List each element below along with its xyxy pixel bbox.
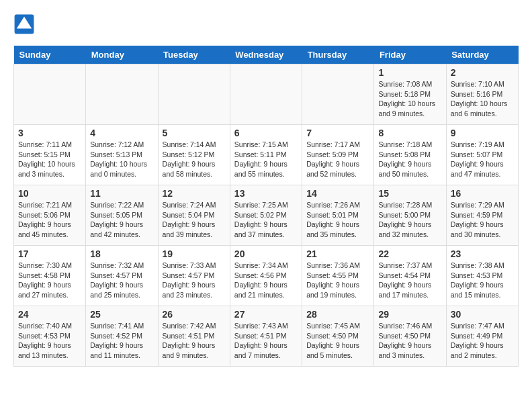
calendar-cell bbox=[14, 64, 86, 125]
calendar-cell bbox=[230, 64, 302, 125]
day-number: 29 bbox=[378, 309, 441, 320]
day-number: 19 bbox=[163, 248, 226, 259]
day-info: Sunrise: 7:42 AM Sunset: 4:51 PM Dayligh… bbox=[163, 321, 226, 361]
day-info: Sunrise: 7:21 AM Sunset: 5:06 PM Dayligh… bbox=[18, 200, 81, 240]
day-info: Sunrise: 7:10 AM Sunset: 5:16 PM Dayligh… bbox=[451, 79, 514, 119]
calendar-cell: 24Sunrise: 7:40 AM Sunset: 4:53 PM Dayli… bbox=[14, 306, 86, 367]
day-number: 30 bbox=[451, 309, 514, 320]
calendar-cell: 1Sunrise: 7:08 AM Sunset: 5:18 PM Daylig… bbox=[374, 64, 446, 125]
calendar-cell: 26Sunrise: 7:42 AM Sunset: 4:51 PM Dayli… bbox=[158, 306, 230, 367]
day-number: 4 bbox=[90, 128, 153, 138]
day-number: 20 bbox=[234, 248, 298, 259]
day-number: 23 bbox=[451, 248, 514, 259]
weekday-header-row: SundayMondayTuesdayWednesdayThursdayFrid… bbox=[14, 46, 519, 64]
weekday-header-monday: Monday bbox=[86, 46, 158, 64]
day-number: 7 bbox=[306, 128, 369, 138]
calendar-cell: 2Sunrise: 7:10 AM Sunset: 5:16 PM Daylig… bbox=[446, 64, 518, 125]
calendar-cell: 27Sunrise: 7:43 AM Sunset: 4:51 PM Dayli… bbox=[230, 306, 302, 367]
day-info: Sunrise: 7:43 AM Sunset: 4:51 PM Dayligh… bbox=[234, 321, 298, 361]
calendar-cell: 15Sunrise: 7:28 AM Sunset: 5:00 PM Dayli… bbox=[374, 185, 446, 246]
day-info: Sunrise: 7:17 AM Sunset: 5:09 PM Dayligh… bbox=[306, 140, 369, 179]
day-info: Sunrise: 7:30 AM Sunset: 4:58 PM Dayligh… bbox=[18, 261, 81, 300]
day-info: Sunrise: 7:25 AM Sunset: 5:02 PM Dayligh… bbox=[234, 200, 298, 240]
calendar-table: SundayMondayTuesdayWednesdayThursdayFrid… bbox=[13, 46, 519, 367]
day-number: 22 bbox=[378, 248, 441, 259]
day-info: Sunrise: 7:36 AM Sunset: 4:55 PM Dayligh… bbox=[306, 261, 369, 300]
day-info: Sunrise: 7:47 AM Sunset: 4:49 PM Dayligh… bbox=[451, 321, 514, 361]
day-number: 11 bbox=[90, 188, 153, 199]
day-info: Sunrise: 7:32 AM Sunset: 4:57 PM Dayligh… bbox=[90, 261, 153, 300]
day-number: 28 bbox=[306, 309, 369, 320]
weekday-header-thursday: Thursday bbox=[302, 46, 374, 64]
day-info: Sunrise: 7:22 AM Sunset: 5:05 PM Dayligh… bbox=[90, 200, 153, 240]
logo-icon bbox=[13, 13, 35, 35]
day-number: 13 bbox=[234, 188, 298, 199]
day-number: 9 bbox=[451, 128, 514, 138]
day-info: Sunrise: 7:11 AM Sunset: 5:15 PM Dayligh… bbox=[18, 140, 81, 179]
day-number: 3 bbox=[18, 128, 81, 138]
calendar-week-row: 17Sunrise: 7:30 AM Sunset: 4:58 PM Dayli… bbox=[14, 246, 519, 306]
calendar-cell: 16Sunrise: 7:29 AM Sunset: 4:59 PM Dayli… bbox=[446, 185, 518, 246]
calendar-cell: 6Sunrise: 7:15 AM Sunset: 5:11 PM Daylig… bbox=[230, 125, 302, 185]
weekday-header-saturday: Saturday bbox=[446, 46, 518, 64]
day-number: 16 bbox=[451, 188, 514, 199]
calendar-cell: 20Sunrise: 7:34 AM Sunset: 4:56 PM Dayli… bbox=[230, 246, 302, 306]
calendar-cell: 30Sunrise: 7:47 AM Sunset: 4:49 PM Dayli… bbox=[446, 306, 518, 367]
day-info: Sunrise: 7:24 AM Sunset: 5:04 PM Dayligh… bbox=[163, 200, 226, 240]
weekday-header-sunday: Sunday bbox=[14, 46, 86, 64]
day-info: Sunrise: 7:34 AM Sunset: 4:56 PM Dayligh… bbox=[234, 261, 298, 300]
weekday-header-friday: Friday bbox=[374, 46, 446, 64]
calendar-cell: 5Sunrise: 7:14 AM Sunset: 5:12 PM Daylig… bbox=[158, 125, 230, 185]
calendar-cell: 22Sunrise: 7:37 AM Sunset: 4:54 PM Dayli… bbox=[374, 246, 446, 306]
day-info: Sunrise: 7:08 AM Sunset: 5:18 PM Dayligh… bbox=[378, 79, 441, 119]
day-info: Sunrise: 7:19 AM Sunset: 5:07 PM Dayligh… bbox=[451, 140, 514, 179]
day-info: Sunrise: 7:26 AM Sunset: 5:01 PM Dayligh… bbox=[306, 200, 369, 240]
day-info: Sunrise: 7:33 AM Sunset: 4:57 PM Dayligh… bbox=[163, 261, 226, 300]
day-number: 24 bbox=[18, 309, 81, 320]
day-number: 26 bbox=[163, 309, 226, 320]
day-number: 21 bbox=[306, 248, 369, 259]
calendar-cell: 10Sunrise: 7:21 AM Sunset: 5:06 PM Dayli… bbox=[14, 185, 86, 246]
day-info: Sunrise: 7:46 AM Sunset: 4:50 PM Dayligh… bbox=[378, 321, 441, 361]
day-number: 8 bbox=[378, 128, 441, 138]
calendar-cell: 29Sunrise: 7:46 AM Sunset: 4:50 PM Dayli… bbox=[374, 306, 446, 367]
calendar-cell bbox=[86, 64, 158, 125]
day-number: 27 bbox=[234, 309, 298, 320]
logo bbox=[13, 13, 38, 35]
day-info: Sunrise: 7:37 AM Sunset: 4:54 PM Dayligh… bbox=[378, 261, 441, 300]
header bbox=[13, 13, 519, 35]
calendar-cell: 28Sunrise: 7:45 AM Sunset: 4:50 PM Dayli… bbox=[302, 306, 374, 367]
calendar-cell: 18Sunrise: 7:32 AM Sunset: 4:57 PM Dayli… bbox=[86, 246, 158, 306]
day-info: Sunrise: 7:38 AM Sunset: 4:53 PM Dayligh… bbox=[451, 261, 514, 300]
calendar-cell: 19Sunrise: 7:33 AM Sunset: 4:57 PM Dayli… bbox=[158, 246, 230, 306]
day-number: 2 bbox=[451, 67, 514, 78]
day-number: 10 bbox=[18, 188, 81, 199]
calendar-week-row: 1Sunrise: 7:08 AM Sunset: 5:18 PM Daylig… bbox=[14, 64, 519, 125]
day-number: 25 bbox=[90, 309, 153, 320]
day-info: Sunrise: 7:18 AM Sunset: 5:08 PM Dayligh… bbox=[378, 140, 441, 179]
day-info: Sunrise: 7:45 AM Sunset: 4:50 PM Dayligh… bbox=[306, 321, 369, 361]
calendar-cell: 11Sunrise: 7:22 AM Sunset: 5:05 PM Dayli… bbox=[86, 185, 158, 246]
day-info: Sunrise: 7:29 AM Sunset: 4:59 PM Dayligh… bbox=[451, 200, 514, 240]
weekday-header-tuesday: Tuesday bbox=[158, 46, 230, 64]
day-number: 5 bbox=[163, 128, 226, 138]
day-number: 6 bbox=[234, 128, 298, 138]
calendar-cell: 23Sunrise: 7:38 AM Sunset: 4:53 PM Dayli… bbox=[446, 246, 518, 306]
day-number: 14 bbox=[306, 188, 369, 199]
calendar-cell: 9Sunrise: 7:19 AM Sunset: 5:07 PM Daylig… bbox=[446, 125, 518, 185]
day-number: 18 bbox=[90, 248, 153, 259]
calendar-cell bbox=[158, 64, 230, 125]
calendar-cell: 13Sunrise: 7:25 AM Sunset: 5:02 PM Dayli… bbox=[230, 185, 302, 246]
calendar-cell: 21Sunrise: 7:36 AM Sunset: 4:55 PM Dayli… bbox=[302, 246, 374, 306]
calendar-cell: 7Sunrise: 7:17 AM Sunset: 5:09 PM Daylig… bbox=[302, 125, 374, 185]
day-number: 17 bbox=[18, 248, 81, 259]
calendar-week-row: 10Sunrise: 7:21 AM Sunset: 5:06 PM Dayli… bbox=[14, 185, 519, 246]
day-info: Sunrise: 7:40 AM Sunset: 4:53 PM Dayligh… bbox=[18, 321, 81, 361]
calendar-week-row: 3Sunrise: 7:11 AM Sunset: 5:15 PM Daylig… bbox=[14, 125, 519, 185]
calendar-cell: 4Sunrise: 7:12 AM Sunset: 5:13 PM Daylig… bbox=[86, 125, 158, 185]
day-info: Sunrise: 7:14 AM Sunset: 5:12 PM Dayligh… bbox=[163, 140, 226, 179]
weekday-header-wednesday: Wednesday bbox=[230, 46, 302, 64]
day-number: 1 bbox=[378, 67, 441, 78]
calendar-cell: 12Sunrise: 7:24 AM Sunset: 5:04 PM Dayli… bbox=[158, 185, 230, 246]
day-info: Sunrise: 7:12 AM Sunset: 5:13 PM Dayligh… bbox=[90, 140, 153, 179]
